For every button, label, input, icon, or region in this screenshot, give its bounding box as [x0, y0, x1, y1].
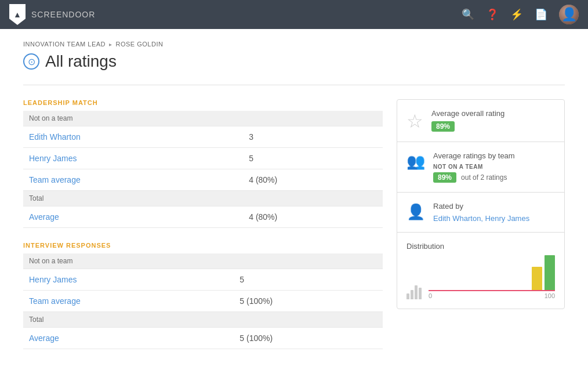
app-logo[interactable]: ▲ [9, 4, 26, 25]
back-button[interactable]: ⊙ [23, 53, 39, 70]
team-name-label: NOT ON A TEAM [433, 164, 555, 170]
section-title-interview: INTERVIEW RESPONSES [23, 242, 383, 249]
lightning-icon[interactable]: ⚡ [510, 8, 523, 21]
bar-green [545, 255, 555, 290]
reviewer-name-henry[interactable]: Henry James [23, 148, 243, 169]
main-column: LEADERSHIP MATCH Not on a team Edith Wha… [23, 99, 383, 363]
page-title-row: ⊙ All ratings [23, 52, 565, 71]
navbar-right: 🔍 ❓ ⚡ 📄 👤 [462, 5, 579, 24]
team-rating-badge: 89% [433, 172, 456, 183]
help-icon[interactable]: ❓ [486, 8, 499, 21]
distribution-chart-icon [406, 283, 422, 299]
bar-chart-icon [406, 283, 422, 299]
content-area: INNOVATION TEAM LEAD ▸ ROSE GOLDIN ⊙ All… [0, 29, 588, 377]
chart-axis: 0 100 [429, 292, 555, 299]
overall-rating-badge: 89% [431, 121, 455, 132]
average-value-leadership: 4 (80%) [243, 206, 383, 228]
distribution-section: Distribution [397, 233, 564, 309]
team-average-label: Team average [23, 169, 243, 191]
avatar-image: 👤 [559, 5, 579, 24]
overall-rating-label: Average overall rating [431, 109, 555, 118]
table-row: Average 5 (100%) [23, 328, 383, 349]
user-avatar[interactable]: 👤 [559, 5, 579, 24]
team-ratings-section: 👥 Average ratings by team NOT ON A TEAM … [397, 142, 564, 193]
team-average-label-interview: Team average [23, 291, 234, 312]
document-icon[interactable]: 📄 [535, 8, 547, 21]
section-title-leadership: LEADERSHIP MATCH [23, 99, 383, 106]
rated-by-content: Rated by Edith Wharton, Henry James [433, 202, 555, 223]
group-header-not-on-team-leadership: Not on a team [23, 111, 383, 126]
out-of-text: out of 2 ratings [461, 173, 507, 182]
overall-rating-content: Average overall rating 89% [431, 109, 555, 132]
axis-max: 100 [545, 292, 555, 299]
total-label-interview: Total [23, 312, 383, 328]
page-title: All ratings [45, 52, 117, 71]
breadcrumb-arrow: ▸ [109, 41, 112, 48]
navbar-left: ▲ SCREENDOOR [9, 4, 95, 25]
average-value-interview: 5 (100%) [234, 328, 383, 349]
interview-table: Not on a team Henry James 5 Team average… [23, 253, 383, 349]
total-header-leadership: Total [23, 191, 383, 206]
table-row: Team average 4 (80%) [23, 169, 383, 191]
navbar: ▲ SCREENDOOR 🔍 ❓ ⚡ 📄 👤 [0, 0, 588, 29]
table-row: Henry James 5 [23, 148, 383, 169]
total-label: Total [23, 191, 383, 206]
rating-value: 3 [243, 126, 383, 148]
main-layout: LEADERSHIP MATCH Not on a team Edith Wha… [23, 99, 565, 363]
rated-by-section: 👤 Rated by Edith Wharton, Henry James [397, 193, 564, 233]
search-icon[interactable]: 🔍 [462, 8, 474, 21]
overall-rating-section: ☆ Average overall rating 89% [397, 100, 564, 142]
team-ratings-content: Average ratings by team NOT ON A TEAM 89… [433, 151, 555, 183]
bar-yellow [532, 267, 542, 290]
table-row: Henry James 5 [23, 269, 383, 291]
team-average-value-interview: 5 (100%) [234, 291, 383, 312]
side-column: ☆ Average overall rating 89% 👥 [397, 99, 565, 363]
group-icon: 👥 [406, 153, 425, 171]
reviewer-name-edith[interactable]: Edith Wharton [23, 126, 243, 148]
group-header-not-on-team-interview: Not on a team [23, 253, 383, 269]
rating-value-henry-interview: 5 [234, 269, 383, 291]
team-average-value: 4 (80%) [243, 169, 383, 191]
reviewer-name-henry-interview[interactable]: Henry James [23, 269, 234, 291]
app-name: SCREENDOOR [31, 10, 95, 19]
table-row: Edith Wharton 3 [23, 126, 383, 148]
rating-value: 5 [243, 148, 383, 169]
table-row: Team average 5 (100%) [23, 291, 383, 312]
star-icon: ☆ [406, 110, 423, 132]
page-wrapper: INNOVATION TEAM LEAD ▸ ROSE GOLDIN ⊙ All… [0, 29, 588, 377]
rated-by-names[interactable]: Edith Wharton, Henry James [433, 214, 555, 223]
axis-min: 0 [429, 292, 432, 299]
title-divider [23, 85, 565, 85]
group-label: Not on a team [23, 111, 383, 126]
breadcrumb-parent-link[interactable]: INNOVATION TEAM LEAD [23, 41, 106, 48]
total-header-interview: Total [23, 312, 383, 328]
breadcrumb: INNOVATION TEAM LEAD ▸ ROSE GOLDIN [23, 41, 565, 48]
leadership-table: Not on a team Edith Wharton 3 Henry Jame… [23, 111, 383, 228]
breadcrumb-current: ROSE GOLDIN [116, 41, 164, 48]
distribution-bars-area: 0 100 [429, 256, 555, 299]
average-label-leadership: Average [23, 206, 243, 228]
team-ratings-label: Average ratings by team [433, 151, 555, 160]
average-label-interview: Average [23, 328, 234, 349]
group-label: Not on a team [23, 253, 383, 269]
side-panel: ☆ Average overall rating 89% 👥 [397, 99, 565, 309]
rated-by-label: Rated by [433, 202, 555, 211]
distribution-label: Distribution [406, 242, 555, 251]
table-row: Average 4 (80%) [23, 206, 383, 228]
person-icon: 👤 [406, 203, 425, 221]
